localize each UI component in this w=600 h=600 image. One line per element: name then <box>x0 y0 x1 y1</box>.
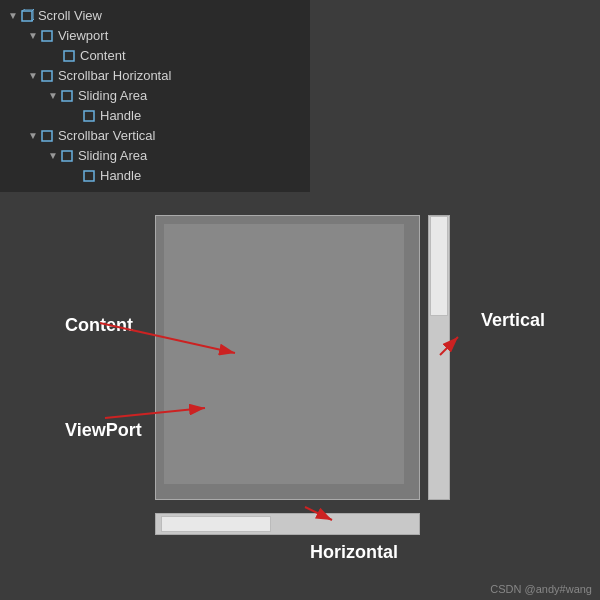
tree-item-scroll-view[interactable]: ▼ Scroll View <box>8 6 302 26</box>
arrow-icon: ▼ <box>48 86 58 106</box>
tree-label-handle-h: Handle <box>100 106 141 126</box>
scene-panel: Content ViewPort Vertical Horizontal CSD… <box>0 185 600 600</box>
tree-item-content[interactable]: Content <box>8 46 302 66</box>
watermark: CSDN @andy#wang <box>490 583 592 595</box>
cube-icon <box>40 29 54 43</box>
tree-item-handle-h[interactable]: Handle <box>8 106 302 126</box>
tree-item-handle-v[interactable]: Handle <box>8 166 302 186</box>
tree-label-scrollbar-h: Scrollbar Horizontal <box>58 66 171 86</box>
arrow-icon: ▼ <box>28 126 38 146</box>
svg-rect-14 <box>84 171 94 181</box>
cube-icon <box>82 109 96 123</box>
cube-icon <box>20 9 34 23</box>
tree-label-sliding-area-h: Sliding Area <box>78 86 147 106</box>
tree-item-sliding-area-v[interactable]: ▼ Sliding Area <box>8 146 302 166</box>
svg-rect-0 <box>22 11 32 21</box>
content-area <box>164 224 404 484</box>
vertical-label: Vertical <box>481 310 545 331</box>
svg-rect-10 <box>62 91 72 101</box>
cube-icon <box>62 49 76 63</box>
tree-label-content: Content <box>80 46 126 66</box>
tree-item-viewport[interactable]: ▼ Viewport <box>8 26 302 46</box>
svg-rect-9 <box>42 71 52 81</box>
vertical-handle[interactable] <box>430 216 448 316</box>
scrollbar-horizontal[interactable] <box>155 513 420 535</box>
arrow-icon: ▼ <box>48 146 58 166</box>
cube-icon <box>40 129 54 143</box>
tree-item-scrollbar-v[interactable]: ▼ Scrollbar Vertical <box>8 126 302 146</box>
svg-rect-12 <box>42 131 52 141</box>
arrow-icon: ▼ <box>28 66 38 86</box>
tree-item-sliding-area-h[interactable]: ▼ Sliding Area <box>8 86 302 106</box>
scroll-view-widget: Content ViewPort Vertical Horizontal <box>155 215 450 535</box>
cube-icon <box>82 169 96 183</box>
cube-icon <box>40 69 54 83</box>
viewport-label: ViewPort <box>65 420 142 441</box>
cube-icon <box>60 89 74 103</box>
horizontal-handle[interactable] <box>161 516 271 532</box>
content-label: Content <box>65 315 133 336</box>
cube-icon <box>60 149 74 163</box>
svg-rect-11 <box>84 111 94 121</box>
viewport-area <box>155 215 420 500</box>
tree-label-handle-v: Handle <box>100 166 141 186</box>
tree-item-scrollbar-h[interactable]: ▼ Scrollbar Horizontal <box>8 66 302 86</box>
tree-label-viewport: Viewport <box>58 26 108 46</box>
scrollbar-vertical[interactable] <box>428 215 450 500</box>
tree-label-scroll-view: Scroll View <box>38 6 102 26</box>
arrow-icon: ▼ <box>28 26 38 46</box>
arrow-icon: ▼ <box>8 6 18 26</box>
svg-rect-8 <box>64 51 74 61</box>
tree-label-scrollbar-v: Scrollbar Vertical <box>58 126 156 146</box>
svg-rect-7 <box>42 31 52 41</box>
horizontal-label: Horizontal <box>310 542 398 563</box>
svg-rect-13 <box>62 151 72 161</box>
tree-label-sliding-area-v: Sliding Area <box>78 146 147 166</box>
hierarchy-panel: ▼ Scroll View ▼ Viewport Content ▼ <box>0 0 310 192</box>
